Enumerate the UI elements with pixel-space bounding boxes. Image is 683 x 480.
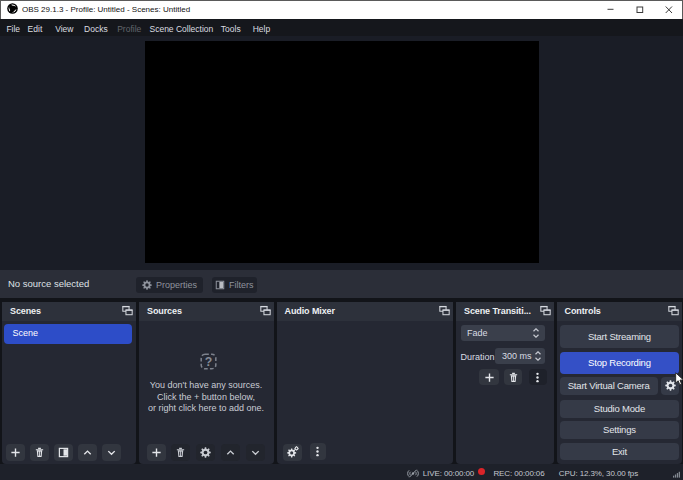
- svg-text:?: ?: [205, 355, 213, 369]
